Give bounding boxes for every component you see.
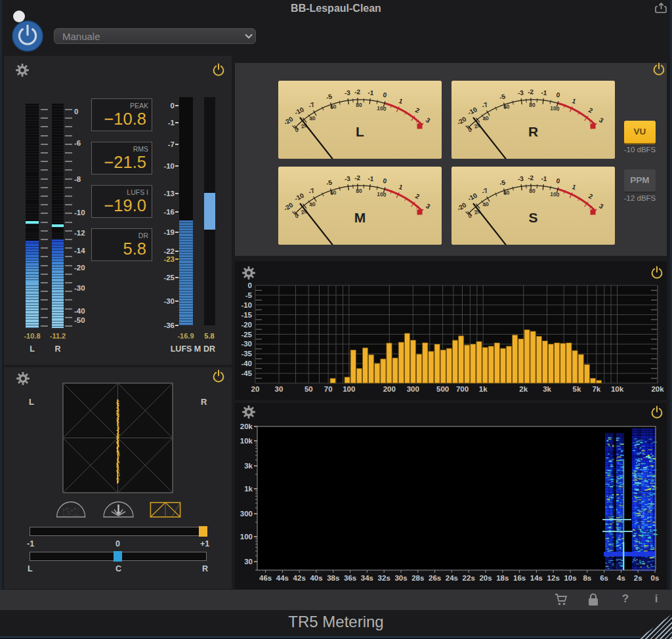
svg-text:100: 100 <box>377 191 387 198</box>
svg-text:-1: -1 <box>368 175 374 182</box>
svg-text:20k: 20k <box>651 385 664 393</box>
svg-text:60: 60 <box>503 189 511 196</box>
svg-text:38s: 38s <box>327 574 339 582</box>
svg-text:16s: 16s <box>513 574 526 582</box>
svg-text:28s: 28s <box>411 574 424 582</box>
svg-text:100: 100 <box>377 105 387 112</box>
svg-text:700: 700 <box>456 385 469 393</box>
svg-text:36s: 36s <box>344 574 356 582</box>
svg-text:3k: 3k <box>244 462 253 470</box>
svg-text:8s: 8s <box>583 574 591 582</box>
svg-text:-30: -30 <box>241 340 252 348</box>
svg-text:-1: -1 <box>541 89 547 96</box>
svg-text:100: 100 <box>550 191 560 198</box>
svg-text:1k: 1k <box>479 385 488 393</box>
svg-text:30: 30 <box>244 558 253 566</box>
svg-text:300: 300 <box>240 510 253 518</box>
svg-text:300: 300 <box>407 385 419 393</box>
svg-text:34s: 34s <box>361 574 373 582</box>
svg-text:80: 80 <box>356 102 362 108</box>
svg-text:6s: 6s <box>600 574 608 582</box>
svg-text:-2: -2 <box>528 89 534 96</box>
svg-text:-3: -3 <box>344 175 350 182</box>
svg-text:-2: -2 <box>354 89 361 96</box>
svg-text:3k: 3k <box>543 385 551 393</box>
svg-text:24s: 24s <box>446 574 458 582</box>
svg-text:32s: 32s <box>378 574 390 582</box>
svg-text:12s: 12s <box>547 574 560 582</box>
svg-text:2s: 2s <box>634 574 642 582</box>
svg-text:5k: 5k <box>573 385 581 393</box>
svg-text:-20: -20 <box>241 321 252 329</box>
svg-text:26s: 26s <box>429 574 441 582</box>
svg-text:0s: 0s <box>651 574 660 582</box>
svg-text:7k: 7k <box>592 385 600 393</box>
svg-text:80: 80 <box>529 102 536 108</box>
svg-text:S: S <box>528 210 537 225</box>
svg-text:4s: 4s <box>617 574 625 582</box>
svg-text:100: 100 <box>343 385 355 393</box>
svg-text:80: 80 <box>529 188 536 194</box>
svg-text:100: 100 <box>240 533 253 541</box>
svg-text:42s: 42s <box>293 574 306 582</box>
svg-text:-3: -3 <box>344 89 350 96</box>
svg-text:-2: -2 <box>528 175 534 182</box>
svg-text:20k: 20k <box>240 423 253 430</box>
svg-text:1k: 1k <box>244 485 253 493</box>
svg-text:50: 50 <box>304 385 313 393</box>
svg-text:-3: -3 <box>517 175 524 182</box>
svg-text:30s: 30s <box>394 574 407 582</box>
svg-text:M: M <box>354 210 366 225</box>
svg-text:60: 60 <box>503 103 511 110</box>
svg-text:80: 80 <box>356 188 362 194</box>
svg-text:-10: -10 <box>241 301 252 309</box>
svg-text:-5: -5 <box>245 291 253 299</box>
svg-text:-1: -1 <box>368 89 374 96</box>
svg-text:60: 60 <box>330 189 337 196</box>
svg-text:18s: 18s <box>496 574 509 582</box>
svg-text:-15: -15 <box>241 311 252 319</box>
svg-text:500: 500 <box>436 385 449 393</box>
svg-text:22s: 22s <box>463 574 475 582</box>
svg-text:70: 70 <box>324 385 333 393</box>
svg-text:14s: 14s <box>530 574 543 582</box>
svg-text:0: 0 <box>248 281 252 289</box>
svg-text:100: 100 <box>550 105 560 112</box>
svg-text:46s: 46s <box>259 574 272 582</box>
svg-text:40s: 40s <box>310 574 322 582</box>
svg-text:44s: 44s <box>276 574 289 582</box>
svg-text:10k: 10k <box>611 385 624 393</box>
svg-text:30: 30 <box>275 385 284 393</box>
svg-text:-40: -40 <box>241 360 252 367</box>
svg-text:60: 60 <box>330 103 337 110</box>
svg-text:-3: -3 <box>517 89 524 96</box>
svg-text:L: L <box>356 124 364 139</box>
svg-text:-1: -1 <box>541 175 547 182</box>
svg-text:-35: -35 <box>241 350 252 358</box>
svg-text:10k: 10k <box>240 437 253 445</box>
svg-text:-2: -2 <box>354 175 361 182</box>
svg-text:20: 20 <box>251 385 260 393</box>
svg-text:10s: 10s <box>564 574 576 582</box>
svg-text:R: R <box>528 124 538 139</box>
svg-text:-25: -25 <box>241 331 252 339</box>
svg-text:20s: 20s <box>479 574 492 582</box>
svg-text:200: 200 <box>383 385 396 393</box>
svg-text:-45: -45 <box>241 369 252 377</box>
svg-text:2k: 2k <box>519 385 528 393</box>
